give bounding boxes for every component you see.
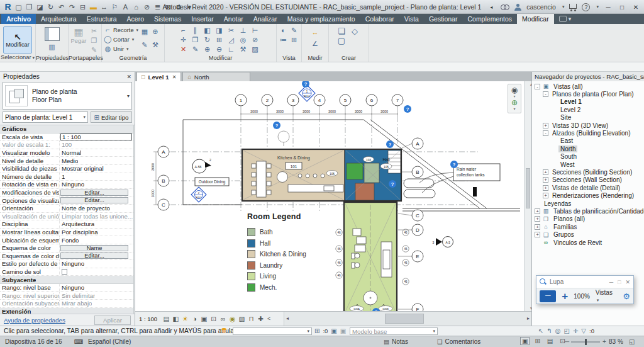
legend-entry[interactable]: Hall (247, 238, 330, 249)
tree-item[interactable]: South (532, 153, 644, 161)
tree-item[interactable]: - Alzados (Building Elevation) (532, 129, 644, 137)
delete-icon[interactable]: ✕ (177, 45, 189, 54)
maximize-button[interactable]: □ (618, 4, 626, 11)
sun-path-icon[interactable]: ☀ (180, 315, 190, 322)
tree-item-label[interactable]: East (558, 137, 575, 144)
collapse-viewbar-icon[interactable]: < (267, 316, 270, 322)
select-elements-by-face-icon[interactable]: ◰ (564, 327, 570, 334)
tree-item-label[interactable]: Vistas de detalle (Detail) (550, 185, 622, 191)
minimize-button[interactable]: ─ (604, 4, 613, 11)
search-icon[interactable] (501, 4, 509, 9)
default-3d-view-icon[interactable]: ⌂ (132, 1, 140, 13)
room-legend[interactable]: Room Legend Bath Hall (247, 212, 330, 293)
zoom-in-icon[interactable]: + (602, 338, 606, 345)
create-group-icon[interactable]: ❏ (335, 26, 348, 36)
slide-sorter-icon[interactable]: ⊞ (533, 338, 541, 344)
panel-label-seleccionar[interactable]: Seleccionar▾ (0, 54, 35, 62)
grid-bubbles-left[interactable]: A B C (158, 146, 169, 210)
property-row[interactable]: Nivel de detalle Medio (0, 157, 133, 165)
copy-icon[interactable]: ❐ (189, 35, 201, 45)
tree-item[interactable]: + Grupos (532, 230, 644, 238)
tree-item-label[interactable]: Leyendas (542, 200, 573, 207)
save-icon[interactable]: ◪ (36, 1, 44, 13)
ribbon-tab[interactable]: Arquitectura (36, 14, 82, 24)
select-links-icon[interactable]: ↖ (538, 327, 543, 334)
sync-icon[interactable]: ↻ (47, 1, 55, 13)
type-properties-icon[interactable]: ▥ (47, 42, 57, 52)
property-row[interactable]: Estilo por defecto de vi... Ninguno (0, 260, 133, 268)
copy-to-clipboard-icon[interactable]: ❐ (89, 36, 99, 45)
ribbon-tab[interactable]: Archivo (1, 14, 36, 24)
stair[interactable] (388, 151, 401, 173)
minimize-magnifier-icon[interactable]: ─ (609, 279, 613, 285)
tag-by-category-icon[interactable]: ⚐ (111, 1, 119, 13)
beam-joins-icon[interactable]: ⊕ (150, 27, 160, 37)
legend-entry[interactable]: Mech. (247, 282, 330, 293)
property-row[interactable]: Ubicación de esquema ... Fondo (0, 236, 133, 244)
cut-geometry-button[interactable]: ◯Cortar▾ (103, 35, 139, 44)
wall-joins-icon[interactable]: ▦ (139, 27, 150, 37)
drag-elements-icon[interactable]: ✛ (573, 327, 578, 334)
ribbon-tab[interactable]: Acero (122, 14, 149, 24)
ribbon-tab[interactable]: Insertar (186, 14, 219, 24)
array-icon[interactable]: ⊞ (213, 35, 225, 45)
paste-button[interactable]: ▦Pegar (70, 26, 87, 55)
cope-button[interactable]: ⌐Recorte▾ (103, 25, 139, 35)
tree-expander-icon[interactable] (551, 146, 557, 152)
temporary-view-properties-icon[interactable]: ▧ (237, 315, 247, 322)
unpin-icon[interactable]: ⊘ (249, 35, 261, 45)
legend-entry[interactable]: Laundry (247, 260, 330, 271)
property-row[interactable]: Escala de vista 1 : 100 (0, 134, 133, 142)
align-icon[interactable]: ⌐ (177, 26, 189, 35)
tree-item[interactable]: - Planos de planta (Floor Plan) (532, 90, 644, 98)
show-analytical-model-icon[interactable]: ⊓ (247, 315, 256, 322)
property-value[interactable]: 1 (62, 173, 65, 180)
detail-level-icon[interactable]: ▤ (162, 315, 171, 322)
measure-between-icon[interactable]: ↔ (310, 28, 321, 37)
select-underlay-elements-icon[interactable]: ↰ (547, 327, 552, 334)
properties-help-link[interactable]: Ayuda de propiedades (4, 317, 65, 324)
tree-item[interactable]: + Renderizaciones (Rendering) (532, 191, 644, 199)
site-marker[interactable] (473, 187, 477, 196)
tree-item[interactable]: Vinculos de Revit (532, 239, 644, 246)
cut-icon[interactable]: ✂ (89, 26, 99, 36)
room-laundry[interactable] (355, 183, 374, 200)
view-tab-level1[interactable]: □Level 1✕ (136, 72, 181, 81)
properties-palette-icon[interactable] (45, 27, 60, 41)
ribbon-tab[interactable]: Gestionar (424, 14, 463, 24)
apply-button[interactable]: Aplicar (94, 316, 131, 325)
property-value[interactable]: Editar... (60, 190, 128, 196)
tree-item[interactable]: North (532, 145, 644, 152)
recent-documents-icon[interactable]: ▢ (14, 1, 23, 13)
tree-item-label[interactable]: Level 1 (558, 98, 584, 105)
tree-item-label[interactable]: Vistas (all) (552, 83, 585, 90)
property-row[interactable]: Subyacente (0, 276, 133, 284)
tree-item-label[interactable]: Tablas de planificación/Cantidades (all) (552, 208, 644, 215)
redo-icon[interactable]: ↷ (68, 1, 76, 13)
create-similar-icon[interactable]: ◇ (348, 26, 362, 36)
zoom-in-button[interactable]: + (562, 291, 568, 302)
zoom-out-icon[interactable]: ─ (565, 338, 569, 345)
properties-scrollbar[interactable]: ▲ ▼ (133, 125, 135, 314)
collapse-search-icon[interactable]: ◂ (487, 4, 496, 10)
rotate-icon[interactable]: ↻ (201, 35, 213, 45)
tree-item-label[interactable]: Alzados (Building Elevation) (550, 130, 633, 137)
visual-style-icon[interactable]: ◧ (171, 315, 180, 322)
tree-expander-icon[interactable]: + (543, 169, 548, 175)
close-button[interactable]: ✕ (631, 4, 640, 11)
tree-item[interactable]: Level 1 (532, 98, 644, 106)
trim-extend-icon[interactable]: ⊥ (237, 26, 249, 35)
comments-button[interactable]: ❑Comentarios (437, 338, 480, 345)
store-cart-icon[interactable] (569, 4, 577, 9)
design-options-icon[interactable]: ▣ (331, 327, 336, 334)
tree-item-label[interactable]: Site (558, 114, 573, 121)
property-row[interactable]: Extensión (0, 308, 133, 314)
tree-expander-icon[interactable] (535, 240, 540, 246)
join-icon[interactable]: ⊕ (201, 45, 213, 54)
ribbon-tab[interactable]: Anotar (219, 14, 248, 24)
signed-in-user[interactable]: cascencio (526, 3, 556, 11)
property-row[interactable]: Número de detalle 1 (0, 173, 133, 181)
ribbon-tab[interactable]: Analizar (248, 14, 282, 24)
property-row[interactable]: Mostrar líneas ocultas Por disciplina (0, 229, 133, 237)
gear-icon[interactable]: ⚙ (623, 292, 630, 301)
